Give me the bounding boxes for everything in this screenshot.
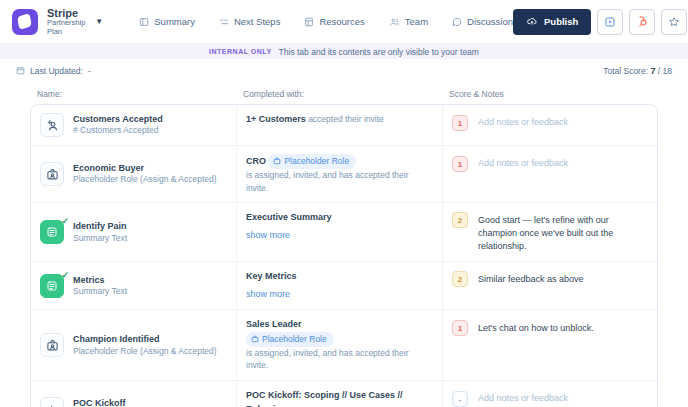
total-score-label: Total Score: xyxy=(603,66,648,76)
check-icon: ✓ xyxy=(61,270,69,280)
total-score-value: 7 xyxy=(650,66,655,76)
pill-label: Placeholder Role xyxy=(262,333,327,346)
criterion-name: Identify Pain xyxy=(73,221,127,233)
col-header-name: Name: xyxy=(30,89,236,99)
show-more-link[interactable]: show more xyxy=(246,288,290,302)
tab-team[interactable]: Team xyxy=(389,16,428,27)
score-badge[interactable]: 1 xyxy=(452,156,468,172)
main-nav: Summary Next Steps Resources Team Discus… xyxy=(139,16,513,27)
show-more-link[interactable]: show more xyxy=(246,229,290,243)
name-cell: Champion Identified Placeholder Role (As… xyxy=(31,310,237,380)
top-toolbar: Stripe Partnership Plan ▼ Summary Next S… xyxy=(0,0,688,44)
score-badge[interactable]: 1 xyxy=(452,115,468,131)
name-cell: Customers Accepted # Customers Accepted xyxy=(31,105,237,145)
task-check-icon xyxy=(40,397,64,407)
briefcase-user-icon xyxy=(40,333,64,357)
criterion-subtitle: Summary Text xyxy=(73,286,127,297)
user-plus-icon xyxy=(40,113,64,137)
criterion-name: POC Kickoff xyxy=(73,398,134,407)
discussion-icon xyxy=(452,17,462,27)
team-icon xyxy=(389,17,400,27)
completed-cell: 1+ Customers accepted their invite xyxy=(237,105,443,145)
pill-label: Placeholder Role xyxy=(284,155,349,168)
next-steps-icon xyxy=(219,17,229,27)
score-badge[interactable]: - xyxy=(452,391,468,407)
notes-text[interactable]: Let's chat on how to unblock. xyxy=(478,320,594,335)
score-badge[interactable]: 1 xyxy=(452,320,468,336)
completed-bold: 1+ Customers xyxy=(246,114,306,124)
last-updated-value: - xyxy=(88,66,91,76)
completed-bold: POC Kickoff: Scoping // Use Cases // Beh… xyxy=(246,390,403,407)
table-row: Customers Accepted # Customers Accepted … xyxy=(31,105,657,145)
star-icon xyxy=(668,16,680,28)
score-cell: - Add notes or feedback xyxy=(443,381,657,407)
criterion-name: Customers Accepted xyxy=(73,114,163,126)
resources-icon xyxy=(304,17,314,27)
last-updated[interactable]: Last Updated: - xyxy=(16,66,91,76)
table-row: Champion Identified Placeholder Role (As… xyxy=(31,309,657,380)
cloud-upload-icon xyxy=(526,16,538,27)
tab-next-steps[interactable]: Next Steps xyxy=(219,16,280,27)
notes-input[interactable]: Add notes or feedback xyxy=(478,391,568,403)
notes-text[interactable]: Good start — let's refine with our champ… xyxy=(478,212,648,253)
completed-bold: Executive Summary xyxy=(246,212,332,222)
tab-summary[interactable]: Summary xyxy=(139,16,195,27)
publish-button[interactable]: Publish xyxy=(513,9,591,35)
criterion-subtitle: Summary Text xyxy=(73,233,127,244)
name-cell: Economic Buyer Placeholder Role (Assign … xyxy=(31,146,237,202)
score-cell: 2 Similar feedback as above xyxy=(443,262,657,309)
score-cell: 1 Let's chat on how to unblock. xyxy=(443,310,657,380)
tab-label: Team xyxy=(405,16,428,27)
company-logo xyxy=(12,9,38,35)
placeholder-role-pill[interactable]: Placeholder Role xyxy=(246,332,334,347)
table-row: ✓ Metrics Summary Text Key Metrics show … xyxy=(31,261,657,309)
completed-bold: Sales Leader xyxy=(246,319,302,329)
name-cell: POC Kickoff Step Completed xyxy=(31,381,237,407)
score-cell: 1 Add notes or feedback xyxy=(443,105,657,145)
tab-label: Discussion xyxy=(467,16,513,27)
publish-label: Publish xyxy=(544,16,578,27)
star-button[interactable] xyxy=(661,9,687,35)
total-score: Total Score: 7 / 18 xyxy=(603,66,672,76)
score-badge[interactable]: 2 xyxy=(452,212,468,228)
criterion-name: Champion Identified xyxy=(73,334,217,346)
summary-check-icon: ✓ xyxy=(40,220,64,244)
criterion-subtitle: Placeholder Role (Assign & Accepted) xyxy=(73,346,217,357)
notes-input[interactable]: Add notes or feedback xyxy=(478,115,568,127)
video-icon xyxy=(604,16,616,28)
notes-text[interactable]: Similar feedback as above xyxy=(478,271,584,286)
score-cell: 1 Add notes or feedback xyxy=(443,146,657,202)
tab-discussion[interactable]: Discussion xyxy=(452,16,513,27)
hubspot-button[interactable] xyxy=(629,9,655,35)
chevron-down-icon[interactable]: ▼ xyxy=(95,17,103,26)
name-cell: ✓ Identify Pain Summary Text xyxy=(31,203,237,261)
internal-only-badge: INTERNAL ONLY xyxy=(209,48,272,55)
hubspot-icon xyxy=(636,15,649,28)
tab-resources[interactable]: Resources xyxy=(304,16,364,27)
video-button[interactable] xyxy=(597,9,623,35)
completed-cell: Key Metrics show more xyxy=(237,262,443,309)
completed-cell: Executive Summary show more xyxy=(237,203,443,261)
notes-input[interactable]: Add notes or feedback xyxy=(478,156,568,168)
summary-check-icon: ✓ xyxy=(40,274,64,298)
meta-row: Last Updated: - Total Score: 7 / 18 xyxy=(0,59,688,80)
logo-glyph xyxy=(17,13,32,30)
page-subtitle: Partnership Plan xyxy=(47,19,85,36)
table-row: POC Kickoff Step Completed POC Kickoff: … xyxy=(31,380,657,407)
completed-rest: is assigned, invited, and has accepted t… xyxy=(246,348,409,371)
criterion-name: Metrics xyxy=(73,275,127,287)
toolbar-actions: Publish ⋮ xyxy=(513,9,688,35)
tab-label: Next Steps xyxy=(234,16,280,27)
plan-title-block[interactable]: Stripe Partnership Plan xyxy=(47,7,85,37)
completed-rest: is assigned, invited, and has accepted t… xyxy=(246,170,409,193)
criterion-subtitle: Placeholder Role (Assign & Accepted) xyxy=(73,174,217,185)
tab-label: Resources xyxy=(319,16,364,27)
last-updated-label: Last Updated: xyxy=(30,66,83,76)
table-row: ✓ Identify Pain Summary Text Executive S… xyxy=(31,202,657,261)
completed-rest: accepted their invite xyxy=(306,114,384,124)
table-column-headers: Name: Completed with: Score & Notes xyxy=(30,80,658,104)
criterion-subtitle: # Customers Accepted xyxy=(73,125,163,136)
banner-message: This tab and its contents are only visib… xyxy=(279,47,479,57)
score-badge[interactable]: 2 xyxy=(452,271,468,287)
placeholder-role-pill[interactable]: Placeholder Role xyxy=(268,154,356,169)
